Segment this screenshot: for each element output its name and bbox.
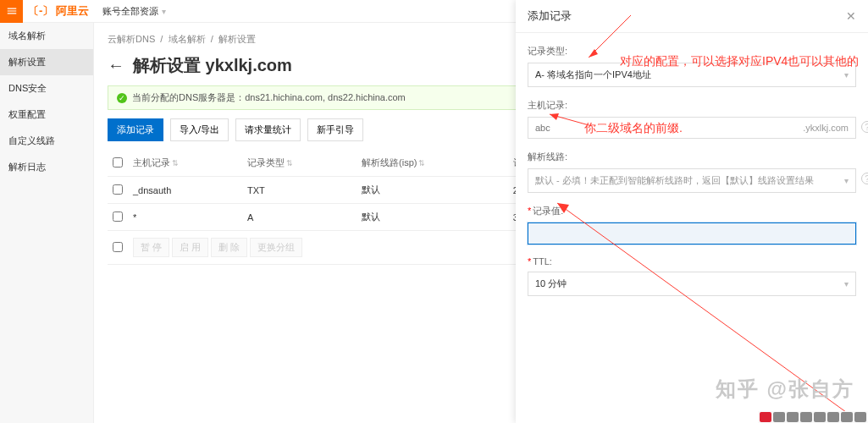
sidebar-item-2[interactable]: DNS安全 bbox=[0, 75, 93, 102]
field-host-record: 主机记录: .ykxlkj.com ? bbox=[528, 99, 856, 139]
help-icon[interactable]: ? bbox=[861, 173, 868, 184]
check-circle-icon: ✓ bbox=[117, 93, 127, 103]
menu-button[interactable] bbox=[0, 0, 23, 23]
guide-button[interactable]: 新手引导 bbox=[307, 118, 363, 141]
delete-button[interactable]: 删 除 bbox=[211, 238, 247, 257]
account-selector[interactable]: 账号全部资源 ▾ bbox=[102, 5, 166, 18]
ttl-select[interactable]: 10 分钟 ▾ bbox=[528, 272, 856, 296]
crumb-c: 解析设置 bbox=[218, 34, 256, 44]
field-record-value: *记录值: bbox=[528, 205, 856, 244]
row-checkbox[interactable] bbox=[113, 212, 123, 222]
sidebar-item-5[interactable]: 解析日志 bbox=[0, 154, 93, 180]
sidebar-item-1[interactable]: 解析设置 bbox=[0, 49, 93, 75]
sidebar-item-4[interactable]: 自定义线路 bbox=[0, 128, 93, 154]
chevron-down-icon: ▾ bbox=[844, 70, 849, 80]
crumb-b[interactable]: 域名解析 bbox=[169, 34, 206, 44]
add-record-button[interactable]: 添加记录 bbox=[108, 118, 163, 141]
sidebar-item-0[interactable]: 域名解析 bbox=[0, 23, 93, 49]
ime-toolbar[interactable] bbox=[758, 411, 868, 423]
record-value-input[interactable] bbox=[528, 223, 855, 244]
host-suffix: .ykxlkj.com bbox=[796, 123, 855, 133]
logo-text: 阿里云 bbox=[56, 3, 89, 19]
help-icon[interactable]: ? bbox=[861, 121, 868, 133]
enable-button[interactable]: 启 用 bbox=[172, 238, 208, 257]
row-checkbox[interactable] bbox=[113, 184, 123, 195]
field-record-type: 记录类型: A- 将域名指向一个IPV4地址 ▾ bbox=[528, 45, 856, 87]
select-all-checkbox[interactable] bbox=[113, 157, 123, 168]
footer-checkbox[interactable] bbox=[113, 242, 123, 252]
crumb-a[interactable]: 云解析DNS bbox=[108, 34, 155, 44]
sidebar-item-3[interactable]: 权重配置 bbox=[0, 102, 93, 128]
record-value-input-wrap bbox=[528, 222, 856, 244]
sort-icon[interactable]: ⇅ bbox=[286, 159, 293, 168]
chevron-down-icon: ▾ bbox=[162, 7, 166, 16]
field-ttl: *TTL: 10 分钟 ▾ bbox=[528, 256, 856, 296]
stats-button[interactable]: 请求量统计 bbox=[235, 118, 301, 141]
chevron-down-icon: ▾ bbox=[844, 279, 849, 288]
host-record-input[interactable] bbox=[528, 118, 796, 138]
logo: 〔-〕阿里云 bbox=[23, 0, 94, 23]
host-record-input-wrap: .ykxlkj.com bbox=[528, 117, 856, 139]
add-record-drawer: 添加记录 ✕ 记录类型: A- 将域名指向一个IPV4地址 ▾ 主机记录: .y… bbox=[516, 0, 868, 423]
drawer-title: 添加记录 bbox=[528, 8, 572, 24]
back-arrow-icon[interactable]: ← bbox=[108, 56, 124, 75]
sort-icon[interactable]: ⇅ bbox=[418, 159, 425, 168]
sort-icon[interactable]: ⇅ bbox=[172, 159, 179, 168]
page-title: 解析设置 ykxlkj.com bbox=[133, 54, 292, 77]
close-icon[interactable]: ✕ bbox=[846, 9, 856, 23]
group-button[interactable]: 更换分组 bbox=[250, 238, 302, 257]
hamburger-icon bbox=[6, 5, 18, 17]
pause-button[interactable]: 暂 停 bbox=[133, 238, 169, 257]
record-type-select[interactable]: A- 将域名指向一个IPV4地址 ▾ bbox=[528, 63, 856, 87]
logo-brackets: 〔-〕 bbox=[28, 3, 53, 19]
line-select[interactable]: 默认 - 必填！未正配到智能解析线路时，返回【默认】线路设置结果 ▾ bbox=[528, 168, 856, 193]
sidebar: 域名解析 解析设置 DNS安全 权重配置 自定义线路 解析日志 bbox=[0, 23, 94, 423]
chevron-down-icon: ▾ bbox=[844, 176, 849, 185]
field-line: 解析线路: 默认 - 必填！未正配到智能解析线路时，返回【默认】线路设置结果 ▾… bbox=[528, 151, 856, 193]
import-export-button[interactable]: 导入/导出 bbox=[170, 118, 229, 141]
